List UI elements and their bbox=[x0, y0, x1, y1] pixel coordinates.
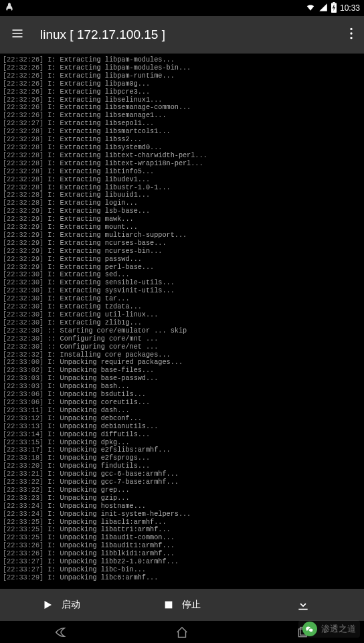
terminal-line: [22:33:21] I: Unpacking gcc-6-base:armhf… bbox=[3, 470, 361, 478]
app-bar: linux [ 172.17.100.15 ] bbox=[0, 16, 364, 54]
battery-icon bbox=[331, 2, 337, 15]
terminal-line: [22:33:03] I: Unpacking base-passwd... bbox=[3, 375, 361, 383]
terminal-line: [22:33:12] I: Unpacking debconf... bbox=[3, 415, 361, 423]
terminal-line: [22:32:26] I: Extracting libpam-modules-… bbox=[3, 64, 361, 72]
home-button[interactable] bbox=[174, 624, 190, 640]
terminal-line: [22:32:30] :: Configuring core/mnt ... bbox=[3, 335, 361, 343]
svg-rect-1 bbox=[333, 2, 335, 3]
terminal-line: [22:32:28] I: Extracting login... bbox=[3, 199, 361, 207]
terminal-line: [22:32:28] I: Extracting libtext-wrapi18… bbox=[3, 160, 361, 168]
terminal-line: [22:32:32] I: Installing core packages..… bbox=[3, 351, 361, 359]
terminal-line: [22:32:30] I: Extracting tzdata... bbox=[3, 303, 361, 311]
stop-button-label: 停止 bbox=[182, 599, 201, 611]
svg-rect-5 bbox=[165, 602, 173, 609]
terminal-line: [22:32:28] I: Extracting libsmartcols1..… bbox=[3, 128, 361, 136]
terminal-line: [22:33:27] I: Unpacking libbz2-1.0:armhf… bbox=[3, 558, 361, 566]
terminal-line: [22:32:28] I: Extracting libtext-charwid… bbox=[3, 152, 361, 160]
svg-point-4 bbox=[350, 37, 352, 39]
terminal-line: [22:33:15] I: Unpacking dpkg... bbox=[3, 439, 361, 447]
start-button[interactable]: 启动 bbox=[0, 589, 121, 621]
terminal-line: [22:33:18] I: Unpacking e2fsprogs... bbox=[3, 454, 361, 462]
terminal-line: [22:32:26] I: Extracting libsemanage1... bbox=[3, 112, 361, 120]
terminal-line: [22:32:29] I: Extracting ncurses-bin... bbox=[3, 248, 361, 256]
download-button[interactable] bbox=[243, 589, 364, 621]
terminal-line: [22:33:00] I: Unpacking required package… bbox=[3, 359, 361, 367]
signal-icon bbox=[318, 3, 328, 14]
terminal-line: [22:32:30] I: Extracting sysvinit-utils.… bbox=[3, 287, 361, 295]
terminal-line: [22:32:26] I: Extracting libselinux1... bbox=[3, 96, 361, 104]
terminal-line: [22:33:13] I: Unpacking debianutils... bbox=[3, 423, 361, 431]
bottom-bar: 启动 停止 bbox=[0, 589, 364, 621]
start-button-label: 启动 bbox=[62, 599, 80, 611]
terminal-line: [22:32:30] I: Extracting zlib1g... bbox=[3, 319, 361, 327]
terminal-line: [22:32:26] I: Extracting libsemanage-com… bbox=[3, 104, 361, 112]
wifi-icon bbox=[305, 3, 316, 14]
terminal-line: [22:33:25] I: Unpacking libaudit-common.… bbox=[3, 534, 361, 542]
terminal-line: [22:32:26] I: Extracting libpam-runtime.… bbox=[3, 72, 361, 80]
hamburger-menu-icon[interactable] bbox=[11, 27, 24, 43]
terminal-line: [22:32:30] I: Extracting tar... bbox=[3, 295, 361, 303]
terminal-line: [22:32:28] I: Extracting libudev1... bbox=[3, 176, 361, 184]
terminal-line: [22:32:29] I: Extracting multiarch-suppo… bbox=[3, 232, 361, 240]
terminal-line: [22:32:28] I: Extracting libsystemd0... bbox=[3, 144, 361, 152]
status-time: 10:33 bbox=[340, 3, 360, 13]
terminal-line: [22:32:30] :: Configuring core/net ... bbox=[3, 343, 361, 351]
more-menu-icon[interactable] bbox=[349, 27, 353, 43]
terminal-line: [22:33:25] I: Unpacking libattr1:armhf..… bbox=[3, 526, 361, 534]
svg-point-2 bbox=[350, 28, 352, 30]
watermark-text: 渗透之道 bbox=[321, 623, 356, 635]
terminal-line: [22:33:24] I: Unpacking hostname... bbox=[3, 502, 361, 511]
terminal-line: [22:32:28] I: Extracting libss2... bbox=[3, 136, 361, 144]
terminal-line: [22:32:29] I: Extracting mount... bbox=[3, 223, 361, 232]
wechat-icon bbox=[302, 622, 317, 636]
terminal-line: [22:32:26] I: Extracting libpam-modules.… bbox=[3, 56, 361, 64]
terminal-line: [22:32:30] :: Starting core/emulator ...… bbox=[3, 327, 361, 335]
terminal-line: [22:32:28] I: Extracting libustr-1.0-1..… bbox=[3, 184, 361, 192]
terminal-line: [22:33:25] I: Unpacking libacl1:armhf... bbox=[3, 519, 361, 527]
terminal-line: [22:32:26] I: Extracting libpam0g... bbox=[3, 80, 361, 88]
app-title: linux [ 172.17.100.15 ] bbox=[40, 27, 333, 42]
terminal-line: [22:33:26] I: Unpacking libblkid1:armhf.… bbox=[3, 550, 361, 558]
status-bar: 10:33 bbox=[0, 0, 364, 16]
stop-button[interactable]: 停止 bbox=[121, 589, 242, 621]
watermark: 渗透之道 bbox=[298, 620, 360, 638]
terminal-line: [22:33:02] I: Unpacking base-files... bbox=[3, 367, 361, 375]
terminal-line: [22:33:24] I: Unpacking init-system-help… bbox=[3, 511, 361, 519]
terminal-line: [22:33:14] I: Unpacking diffutils... bbox=[3, 431, 361, 439]
terminal-line: [22:33:23] I: Unpacking gzip... bbox=[3, 494, 361, 502]
terminal-line: [22:33:20] I: Unpacking findutils... bbox=[3, 462, 361, 470]
terminal-line: [22:32:29] I: Extracting passwd... bbox=[3, 256, 361, 264]
svg-point-3 bbox=[350, 32, 352, 34]
terminal-line: [22:33:22] I: Unpacking grep... bbox=[3, 486, 361, 494]
penguin-icon bbox=[4, 2, 15, 15]
terminal-line: [22:33:11] I: Unpacking dash... bbox=[3, 407, 361, 415]
terminal-line: [22:32:29] I: Extracting mawk... bbox=[3, 215, 361, 223]
terminal-line: [22:33:17] I: Unpacking e2fslibs:armhf..… bbox=[3, 446, 361, 454]
terminal-line: [22:32:29] I: Extracting ncurses-base... bbox=[3, 240, 361, 248]
terminal-line: [22:33:27] I: Unpacking libc-bin... bbox=[3, 566, 361, 574]
back-button[interactable] bbox=[53, 624, 69, 640]
terminal-line: [22:33:06] I: Unpacking bsdutils... bbox=[3, 391, 361, 399]
terminal-line: [22:33:22] I: Unpacking gcc-7-base:armhf… bbox=[3, 478, 361, 486]
terminal-line: [22:33:03] I: Unpacking bash... bbox=[3, 383, 361, 391]
terminal-line: [22:32:30] I: Extracting sed... bbox=[3, 271, 361, 279]
terminal-output[interactable]: [22:32:26] I: Extracting libpam-modules.… bbox=[0, 54, 364, 589]
terminal-line: [22:32:26] I: Extracting libpcre3... bbox=[3, 88, 361, 96]
terminal-line: [22:32:29] I: Extracting lsb-base... bbox=[3, 207, 361, 215]
terminal-line: [22:32:28] I: Extracting libtinfo5... bbox=[3, 168, 361, 176]
terminal-line: [22:33:06] I: Unpacking coreutils... bbox=[3, 399, 361, 407]
terminal-line: [22:33:26] I: Unpacking libaudit1:armhf.… bbox=[3, 542, 361, 550]
terminal-line: [22:33:29] I: Unpacking libc6:armhf... bbox=[3, 574, 361, 582]
terminal-line: [22:32:28] I: Extracting libuuid1... bbox=[3, 191, 361, 199]
terminal-line: [22:32:30] I: Extracting util-linux... bbox=[3, 311, 361, 319]
terminal-line: [22:32:30] I: Extracting sensible-utils.… bbox=[3, 279, 361, 287]
terminal-line: [22:32:29] I: Extracting perl-base... bbox=[3, 264, 361, 272]
terminal-line: [22:32:27] I: Extracting libsepol1... bbox=[3, 120, 361, 128]
